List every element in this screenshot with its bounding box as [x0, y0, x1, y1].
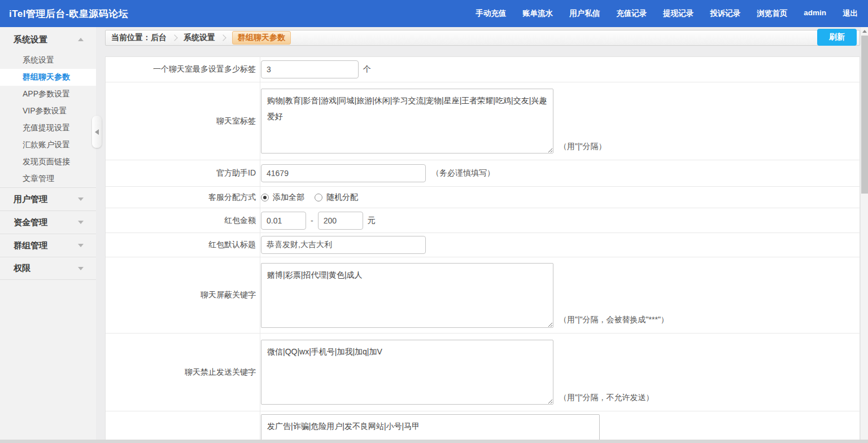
extra-keywords-textarea[interactable]: 发广告|诈骗|危险用户|发不良网站|小号|马甲: [261, 414, 600, 443]
sidebar-item-vip-params[interactable]: VIP参数设置: [0, 103, 96, 120]
row-max-tags: 一个聊天室最多设置多少标签 个: [106, 57, 860, 82]
vertical-scrollbar[interactable]: [860, 27, 868, 440]
refresh-button[interactable]: 刷新: [817, 29, 857, 46]
breadcrumb-section[interactable]: 系统设置: [184, 33, 215, 43]
sidebar-group-label: 系统设置: [14, 34, 47, 45]
chevron-up-icon: [78, 38, 84, 41]
field-label: 官方助手ID: [106, 160, 260, 186]
row-chat-tags: 聊天室标签 购物|教育|影音|游戏|同城|旅游|休闲|学习交流|宠物|星座|王者…: [106, 82, 860, 160]
sidebar-group-permissions[interactable]: 权限: [0, 257, 96, 280]
field-hint: （用"|"分隔）: [559, 142, 607, 152]
unit-suffix: 个: [363, 64, 371, 74]
field-hint: （务必谨慎填写）: [431, 168, 495, 178]
radio-label: 添加全部: [273, 192, 304, 203]
collapse-left-icon: [95, 129, 99, 135]
field-hint: （用"|"分隔，不允许发送）: [559, 393, 654, 403]
field-hint: （用"|"分隔，会被替换成"***"）: [559, 315, 669, 325]
sidebar-group-label: 资金管理: [14, 217, 47, 228]
row-service-assignment: 客服分配方式 添加全部 随机分配: [106, 187, 860, 208]
sidebar-group-label: 权限: [14, 263, 30, 274]
sidebar-item-recharge-withdraw-settings[interactable]: 充值提现设置: [0, 120, 96, 137]
sidebar-item-label: 充值提现设置: [23, 123, 70, 133]
chevron-down-icon: [78, 267, 84, 270]
sidebar-group-user-management[interactable]: 用户管理: [0, 187, 96, 210]
chevron-down-icon: [78, 198, 84, 201]
chevron-down-icon: [78, 221, 84, 224]
scroll-up-button[interactable]: [861, 27, 868, 36]
topnav-browse-home[interactable]: 浏览首页: [757, 8, 787, 19]
field-label: 聊天屏蔽关键字: [106, 257, 260, 333]
row-extra-keywords: 发广告|诈骗|危险用户|发不良网站|小号|马甲: [106, 411, 860, 443]
sidebar-item-label: 汇款账户设置: [23, 140, 70, 150]
sidebar-item-discovery-page-links[interactable]: 发现页面链接: [0, 153, 96, 170]
radio-random-assign[interactable]: [315, 194, 322, 201]
blocked-keywords-textarea[interactable]: 赌博|彩票|招代理|黄色|成人: [261, 263, 553, 328]
topnav-recharge-records[interactable]: 充值记录: [616, 8, 647, 19]
topnav-admin[interactable]: admin: [804, 8, 826, 19]
sidebar-item-label: 发现页面链接: [23, 157, 70, 167]
topnav-bill-flow[interactable]: 账单流水: [522, 8, 553, 19]
chat-tags-textarea[interactable]: 购物|教育|影音|游戏|同城|旅游|休闲|学习交流|宠物|星座|王者荣耀|吃鸡|…: [261, 89, 553, 153]
row-forbidden-keywords: 聊天禁止发送关键字 微信|QQ|wx|手机号|加我|加q|加V （用"|"分隔，…: [106, 334, 860, 411]
field-label: 一个聊天室最多设置多少标签: [106, 57, 260, 82]
sidebar-collapse-handle[interactable]: [92, 116, 102, 148]
scroll-up-icon: [862, 30, 867, 33]
topnav-logout[interactable]: 退出: [843, 8, 858, 19]
sidebar-item-system-settings[interactable]: 系统设置: [0, 52, 96, 69]
sidebar-item-label: 系统设置: [23, 55, 54, 65]
row-official-assistant-id: 官方助手ID （务必谨慎填写）: [106, 160, 860, 187]
sidebar: 系统设置 系统设置 群组聊天参数 APP参数设置 VIP参数设置 充值提现设置 …: [0, 27, 96, 443]
vertical-scrollbar-thumb[interactable]: [861, 36, 868, 194]
official-assistant-id-input[interactable]: [261, 164, 426, 182]
breadcrumb-location: 当前位置：后台: [111, 33, 167, 43]
topnav-complaint-records[interactable]: 投诉记录: [710, 8, 740, 19]
sidebar-item-label: APP参数设置: [23, 89, 70, 99]
breadcrumb-current: 群组聊天参数: [232, 31, 291, 45]
range-separator: -: [311, 216, 313, 225]
sidebar-group-label: 群组管理: [14, 240, 47, 251]
sidebar-group-label: 用户管理: [14, 194, 47, 205]
settings-form: 一个聊天室最多设置多少标签 个 聊天室标签 购物|教育|影音|游戏|同城|旅游|…: [105, 56, 860, 443]
breadcrumb-separator-icon: [171, 34, 177, 41]
sidebar-group-system-settings[interactable]: 系统设置: [0, 27, 96, 52]
field-label: [106, 411, 260, 443]
radio-add-all[interactable]: [261, 194, 269, 201]
sidebar-group-funds-management[interactable]: 资金管理: [0, 210, 96, 234]
topnav-withdraw-records[interactable]: 提现记录: [663, 8, 693, 19]
sidebar-item-label: 文章管理: [23, 174, 54, 184]
max-tags-input[interactable]: [261, 60, 359, 78]
row-blocked-keywords: 聊天屏蔽关键字 赌博|彩票|招代理|黄色|成人 （用"|"分隔，会被替换成"**…: [106, 257, 860, 334]
sidebar-item-remittance-account-settings[interactable]: 汇款账户设置: [0, 137, 96, 153]
redpacket-title-input[interactable]: [261, 236, 426, 254]
main-content: 当前位置：后台 系统设置 群组聊天参数 刷新 一个聊天室最多设置多少标签 个 聊…: [96, 27, 868, 443]
unit-suffix: 元: [368, 216, 376, 226]
redpacket-min-input[interactable]: [261, 212, 306, 230]
field-label: 聊天室标签: [106, 82, 260, 160]
field-label: 红包金额: [106, 208, 260, 233]
topnav-user-messages[interactable]: 用户私信: [569, 8, 600, 19]
topnav-manual-recharge[interactable]: 手动充值: [476, 8, 506, 19]
chevron-down-icon: [78, 244, 84, 247]
row-redpacket-amount: 红包金额 - 元: [106, 208, 860, 233]
top-bar: iTel管理后台-欧皇源码论坛 手动充值 账单流水 用户私信 充值记录 提现记录…: [0, 0, 868, 27]
breadcrumb: 当前位置：后台 系统设置 群组聊天参数 刷新: [105, 30, 860, 46]
row-redpacket-title: 红包默认标题: [106, 233, 860, 257]
field-label: 客服分配方式: [106, 187, 260, 208]
app-title: iTel管理后台-欧皇源码论坛: [9, 7, 128, 20]
sidebar-item-label: VIP参数设置: [23, 106, 67, 116]
sidebar-item-group-chat-params[interactable]: 群组聊天参数: [0, 69, 96, 86]
field-label: 红包默认标题: [106, 233, 260, 257]
field-label: 聊天禁止发送关键字: [106, 334, 260, 411]
sidebar-item-article-management[interactable]: 文章管理: [0, 170, 96, 187]
sidebar-item-app-params[interactable]: APP参数设置: [0, 86, 96, 103]
sidebar-item-label: 群组聊天参数: [23, 72, 70, 82]
breadcrumb-separator-icon: [220, 34, 226, 41]
forbidden-keywords-textarea[interactable]: 微信|QQ|wx|手机号|加我|加q|加V: [261, 340, 553, 405]
radio-label: 随机分配: [326, 192, 358, 203]
horizontal-scrollbar[interactable]: [0, 440, 868, 443]
sidebar-group-group-management[interactable]: 群组管理: [0, 234, 96, 257]
top-nav: 手动充值 账单流水 用户私信 充值记录 提现记录 投诉记录 浏览首页 admin…: [476, 8, 858, 19]
redpacket-max-input[interactable]: [318, 212, 363, 230]
